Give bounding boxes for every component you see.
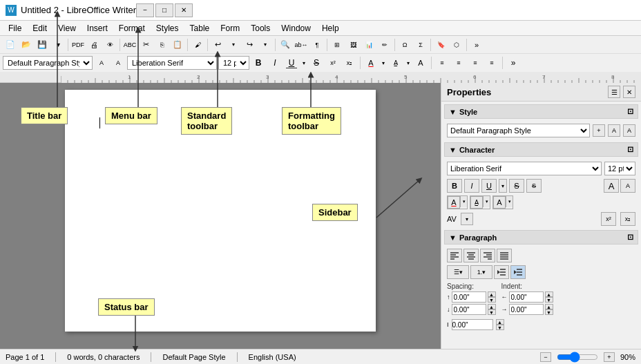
menu-view[interactable]: View <box>52 22 82 35</box>
line-spacing-input[interactable] <box>452 319 493 330</box>
pdf-button[interactable]: PDF <box>70 37 86 52</box>
spacing-below-input[interactable] <box>452 304 486 315</box>
style-more-button[interactable]: A <box>623 124 635 137</box>
sidebar-font-size-select[interactable]: 12 pt <box>604 162 635 175</box>
save-button[interactable]: 💾 <box>35 37 50 52</box>
align-left-button[interactable]: ≡ <box>434 56 450 70</box>
superscript-button[interactable]: x² <box>325 56 341 70</box>
sidebar-font-color-btn[interactable]: A <box>448 196 460 209</box>
redo-button[interactable]: ↪ <box>242 37 257 52</box>
bookmark-button[interactable]: 🔖 <box>433 37 448 52</box>
image-button[interactable]: 🖼 <box>345 37 361 52</box>
sidebar-char-bg-dropdown[interactable]: ▾ <box>506 196 513 207</box>
menu-table[interactable]: Table <box>184 22 216 35</box>
highlight-dropdown[interactable]: ▾ <box>405 56 412 70</box>
more-button[interactable]: » <box>469 37 484 52</box>
chart-button[interactable]: 📊 <box>361 37 376 52</box>
preview-button[interactable]: 👁 <box>102 37 117 52</box>
para-list-bullet-dropdown[interactable]: ☰▾ <box>447 265 469 279</box>
spacing-above-down[interactable]: ▼ <box>488 297 496 303</box>
redo-dropdown[interactable]: ▾ <box>258 37 273 52</box>
sidebar-font-color-dropdown[interactable]: ▾ <box>460 196 467 207</box>
print-button[interactable]: 🖨 <box>86 37 102 52</box>
font-select[interactable]: Liberation Serif <box>127 56 217 70</box>
indent-before-up[interactable]: ▲ <box>545 291 553 297</box>
menu-format[interactable]: Format <box>113 22 151 35</box>
style-update-button[interactable]: A <box>608 124 620 137</box>
zoom-out-button[interactable]: − <box>540 352 551 362</box>
underline-dropdown[interactable]: ▾ <box>300 56 307 70</box>
save-dropdown[interactable]: ▾ <box>50 37 66 52</box>
replace-button[interactable]: ab↔ <box>294 37 309 52</box>
draw-button[interactable]: ✏ <box>377 37 392 52</box>
indent-after-up[interactable]: ▲ <box>545 304 553 309</box>
para-align-center-btn[interactable] <box>463 249 479 262</box>
font-color-button[interactable]: A <box>363 56 379 70</box>
char-bg-button[interactable]: A <box>413 56 428 70</box>
paragraph-section-header[interactable]: ▼ Paragraph ⊡ <box>444 230 638 245</box>
zoom-in-button[interactable]: + <box>604 352 615 362</box>
zoom-slider[interactable] <box>557 354 598 360</box>
sidebar-style-select[interactable]: Default Paragraph Style <box>447 124 590 137</box>
line-spacing-down[interactable]: ▼ <box>496 325 504 330</box>
sidebar-italic-button[interactable]: I <box>464 179 479 193</box>
av-dropdown[interactable]: ▾ <box>461 213 473 225</box>
sidebar-font-select[interactable]: Liberation Serif <box>447 162 602 175</box>
style-icon-btn2[interactable]: A <box>111 56 126 70</box>
menu-tools[interactable]: Tools <box>245 22 276 35</box>
sidebar-settings-button[interactable]: ☰ <box>608 86 620 98</box>
sidebar-superscript-btn[interactable]: x² <box>601 212 616 226</box>
bold-button[interactable]: B <box>251 56 266 70</box>
indent-after-down[interactable]: ▼ <box>545 309 553 315</box>
special-char-button[interactable]: Ω <box>397 37 412 52</box>
font-size-select[interactable]: 12 pt <box>218 56 249 70</box>
highlight-button[interactable]: A̲ <box>388 56 403 70</box>
para-align-right-btn[interactable] <box>480 249 495 262</box>
spacing-below-up[interactable]: ▲ <box>488 304 496 309</box>
style-icon-btn[interactable]: A <box>94 56 109 70</box>
strikethrough-button[interactable]: S <box>309 56 324 70</box>
paste-button[interactable]: 📋 <box>170 37 185 52</box>
spacing-above-up[interactable]: ▲ <box>488 291 496 297</box>
underline-button[interactable]: U <box>284 56 299 70</box>
para-outdent-btn[interactable] <box>494 265 509 279</box>
para-indent-btn[interactable] <box>510 265 526 279</box>
sidebar-smaller-font-btn[interactable]: A <box>620 179 635 193</box>
sidebar-close-button[interactable]: ✕ <box>623 86 635 98</box>
find-button[interactable]: 🔍 <box>278 37 293 52</box>
table-button[interactable]: ⊞ <box>329 37 345 52</box>
menu-window[interactable]: Window <box>276 22 316 35</box>
sidebar-bold-button[interactable]: B <box>447 179 462 193</box>
sidebar-double-strikethrough-button[interactable]: S <box>526 179 542 193</box>
spellcheck-button[interactable]: ABC <box>122 37 137 52</box>
para-align-justify-btn[interactable] <box>497 249 512 262</box>
italic-button[interactable]: I <box>267 56 283 70</box>
align-justify-button[interactable]: ≡ <box>484 56 499 70</box>
undo-dropdown[interactable]: ▾ <box>226 37 241 52</box>
sidebar-underline-dropdown[interactable]: ▾ <box>499 179 507 193</box>
minimize-button[interactable]: − <box>136 3 154 17</box>
menu-help[interactable]: Help <box>316 22 345 35</box>
navigator-button[interactable]: ⬡ <box>449 37 464 52</box>
clone-button[interactable]: 🖌 <box>190 37 205 52</box>
close-button[interactable]: ✕ <box>175 3 193 17</box>
sidebar-strikethrough-button[interactable]: S <box>509 179 524 193</box>
more-fmt-button[interactable]: » <box>506 56 521 70</box>
align-right-button[interactable]: ≡ <box>468 56 483 70</box>
new-button[interactable]: 📄 <box>3 37 18 52</box>
maximize-button[interactable]: □ <box>155 3 173 17</box>
menu-insert[interactable]: Insert <box>82 22 113 35</box>
open-button[interactable]: 📂 <box>19 37 34 52</box>
align-center-button[interactable]: ≡ <box>451 56 466 70</box>
style-select[interactable]: Default Paragraph Style <box>3 56 93 70</box>
nonprint-button[interactable]: ¶ <box>309 37 325 52</box>
sidebar-highlight-btn[interactable]: A̲ <box>470 196 483 209</box>
indent-after-input[interactable] <box>509 304 544 315</box>
sidebar-highlight-dropdown[interactable]: ▾ <box>483 196 490 207</box>
subscript-button[interactable]: x₂ <box>342 56 357 70</box>
sidebar-larger-font-btn[interactable]: A <box>604 179 619 193</box>
formula-button[interactable]: Σ <box>413 37 428 52</box>
menu-styles[interactable]: Styles <box>151 22 184 35</box>
sidebar-char-bg-btn[interactable]: A <box>493 196 506 209</box>
sidebar-subscript-btn[interactable]: x₂ <box>620 212 635 226</box>
